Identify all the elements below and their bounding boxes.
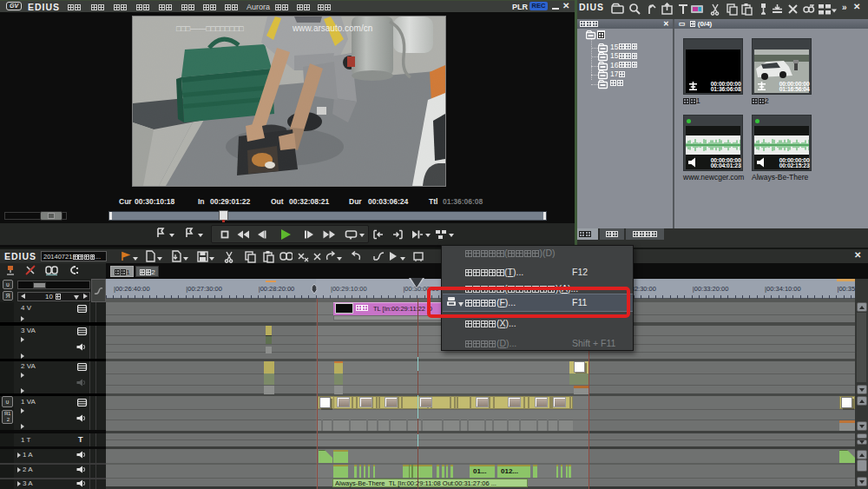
svg-text:www.arsauto.com/cn: www.arsauto.com/cn <box>292 23 372 33</box>
svg-text:□□□——□□□□□□□□: □□□——□□□□□□□□ <box>176 24 244 33</box>
